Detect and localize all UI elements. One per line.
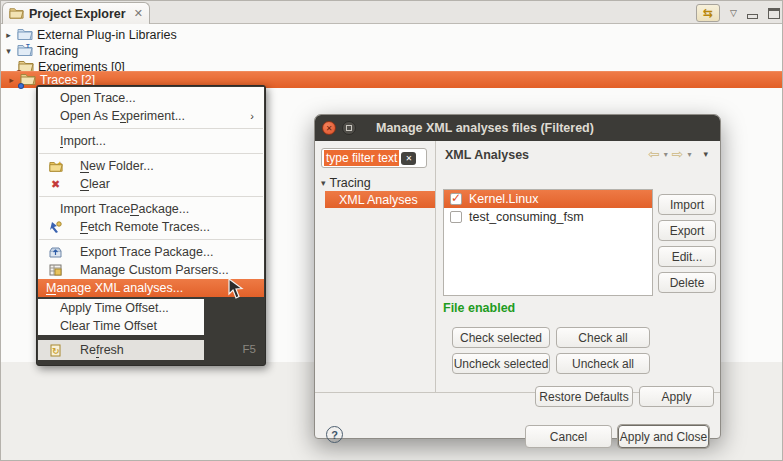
window-restore-icon[interactable]	[342, 121, 356, 135]
back-arrow-icon[interactable]: ⇦	[648, 146, 660, 162]
list-item-test-consuming-fsm[interactable]: test_consuming_fsm	[444, 208, 652, 226]
forward-arrow-icon[interactable]: ⇨	[672, 146, 684, 162]
view-menu-caret-icon[interactable]: ▾	[703, 149, 708, 159]
app-window: Project Explorer ✕ ⇆ ▽ ▸ External Plug-i…	[0, 0, 783, 461]
menu-item-export-trace-package[interactable]: Export Trace Package...	[38, 243, 264, 261]
panel-divider	[435, 141, 436, 392]
menu-item-import[interactable]: Import...	[38, 132, 264, 150]
menu-separator	[39, 239, 263, 240]
menu-separator	[39, 128, 263, 129]
minimize-icon[interactable]	[747, 14, 758, 19]
menu-item-clear[interactable]: ✖ Clear	[38, 175, 264, 193]
export-button[interactable]: Export	[658, 220, 716, 241]
menu-item-manage-custom-parsers[interactable]: Manage Custom Parsers...	[38, 261, 264, 279]
check-selected-button[interactable]: Check selected	[452, 327, 550, 348]
window-close-icon[interactable]: ✕	[322, 121, 336, 135]
svg-text:T: T	[26, 43, 30, 49]
back-history-caret-icon[interactable]: ▾	[664, 150, 668, 159]
menu-item-import-trace-package[interactable]: Import Trace Package...	[38, 200, 264, 218]
export-package-icon	[48, 245, 63, 259]
check-all-button[interactable]: Check all	[556, 327, 650, 348]
dialog-tree-item-tracing[interactable]: ▾ Tracing	[321, 176, 371, 190]
collapsed-arrow-icon[interactable]: ▸	[7, 75, 16, 85]
clear-icon: ✖	[48, 177, 63, 191]
menu-item-apply-time-offset[interactable]: Apply Time Offset...	[38, 299, 204, 317]
menu-item-refresh[interactable]: ↻ Refresh	[38, 340, 204, 360]
menu-lower-section: Apply Time Offset... Clear Time Offset	[38, 299, 204, 335]
tab-title: Project Explorer	[29, 7, 126, 21]
restore-defaults-button[interactable]: Restore Defaults	[535, 386, 633, 407]
dialog-title: Manage XML analyses files (Filtered)	[376, 121, 594, 135]
tree-item-label: External Plug-in Libraries	[37, 28, 177, 42]
checkbox-unchecked[interactable]	[450, 211, 462, 223]
uncheck-selected-button[interactable]: Uncheck selected	[452, 353, 550, 374]
menu-item-clear-time-offset[interactable]: Clear Time Offset	[38, 317, 204, 335]
project-explorer-icon	[9, 5, 24, 23]
maximize-icon[interactable]	[768, 8, 780, 19]
tree-item-tracing[interactable]: ▾ T Tracing	[4, 43, 78, 59]
page-title: XML Analyses	[445, 148, 529, 162]
apply-button[interactable]: Apply	[639, 386, 714, 407]
delete-button[interactable]: Delete	[658, 272, 716, 293]
uncheck-all-button[interactable]: Uncheck all	[556, 353, 650, 374]
menu-item-open-as-experiment[interactable]: Open As Experiment... ›	[38, 107, 264, 125]
list-item-kernel-linux[interactable]: Kernel.Linux	[444, 190, 652, 208]
filter-input[interactable]: type filter text ✕	[321, 148, 427, 168]
refresh-icon: ↻	[48, 343, 63, 357]
view-menu-icon[interactable]: ▽	[730, 8, 737, 18]
menu-item-open-trace[interactable]: Open Trace...	[38, 89, 264, 107]
list-item-label: Kernel.Linux	[469, 192, 539, 206]
new-folder-icon: ✦	[48, 159, 63, 173]
custom-parsers-icon	[48, 263, 63, 277]
filter-text-selected: type filter text	[324, 150, 399, 166]
apply-and-close-button[interactable]: Apply and Close	[618, 425, 709, 448]
tab-project-explorer[interactable]: Project Explorer ✕	[2, 2, 150, 24]
refresh-shortcut: F5	[243, 343, 256, 355]
status-file-enabled: File enabled	[443, 301, 515, 315]
forward-history-caret-icon[interactable]: ▾	[687, 150, 691, 159]
traces-badge	[18, 83, 24, 89]
checkbox-checked[interactable]	[450, 193, 462, 205]
menu-separator	[39, 153, 263, 154]
tree-item-external-plugin-libraries[interactable]: ▸ External Plug-in Libraries	[4, 27, 177, 43]
menu-item-fetch-remote-traces[interactable]: Fetch Remote Traces...	[38, 218, 264, 236]
svg-text:↻: ↻	[52, 346, 60, 356]
help-icon[interactable]: ?	[326, 426, 343, 443]
svg-text:✦: ✦	[56, 160, 62, 167]
list-item-label: test_consuming_fsm	[469, 210, 584, 224]
dialog-tree-item-xml-analyses[interactable]: XML Analyses	[325, 191, 435, 208]
view-tab-bar: Project Explorer ✕ ⇆ ▽	[1, 1, 783, 24]
folder-icon	[17, 27, 33, 43]
manage-xml-analyses-dialog: ✕ Manage XML analyses files (Filtered) t…	[314, 114, 721, 439]
traces-context-menu: Open Trace... Open As Experiment... › Im…	[36, 85, 266, 366]
edit-button[interactable]: Edit...	[658, 246, 716, 267]
import-button[interactable]: Import	[658, 194, 716, 215]
xml-analyses-list: Kernel.Linux test_consuming_fsm	[443, 189, 653, 296]
menu-item-new-folder[interactable]: ✦ New Folder...	[38, 157, 264, 175]
tab-close-icon[interactable]: ✕	[134, 7, 143, 20]
expanded-arrow-icon[interactable]: ▾	[4, 46, 13, 56]
expanded-arrow-icon[interactable]: ▾	[321, 178, 326, 188]
link-with-editor-button[interactable]: ⇆	[696, 4, 720, 22]
submenu-arrow-icon: ›	[250, 110, 254, 122]
traces-folder-icon	[20, 72, 36, 88]
mouse-cursor	[228, 278, 244, 304]
tracing-project-icon: T	[17, 43, 33, 59]
collapsed-arrow-icon[interactable]: ▸	[4, 30, 13, 40]
filter-clear-icon[interactable]: ✕	[401, 152, 416, 165]
menu-separator	[39, 196, 263, 197]
tree-item-label: Tracing	[37, 44, 78, 58]
cancel-button[interactable]: Cancel	[525, 425, 612, 448]
dialog-titlebar[interactable]: ✕ Manage XML analyses files (Filtered)	[315, 115, 720, 141]
fetch-remote-icon	[48, 220, 63, 234]
